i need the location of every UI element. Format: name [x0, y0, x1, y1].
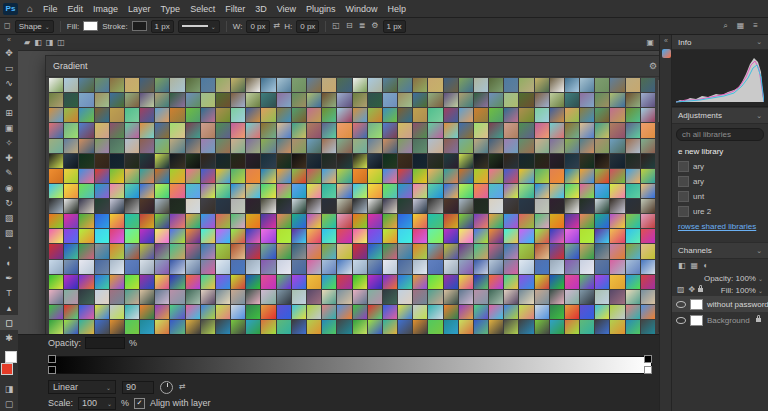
gradient-swatch[interactable] [641, 78, 655, 92]
browse-libraries-link[interactable]: rowse shared libraries [672, 219, 768, 234]
gradient-swatch[interactable] [459, 93, 473, 107]
gradient-swatch[interactable] [201, 78, 215, 92]
gradient-swatch[interactable] [216, 139, 230, 153]
gradient-swatch[interactable] [186, 154, 200, 168]
gradient-swatch[interactable] [504, 290, 518, 304]
gradient-swatch[interactable] [155, 244, 169, 258]
gradient-swatch[interactable] [444, 108, 458, 122]
gradient-swatch[interactable] [337, 123, 351, 137]
gradient-swatch[interactable] [444, 260, 458, 274]
layer-name[interactable]: Background [707, 316, 750, 325]
gradient-swatch[interactable] [535, 108, 549, 122]
gradient-swatch[interactable] [368, 260, 382, 274]
gradient-swatch[interactable] [413, 169, 427, 183]
gradient-swatch[interactable] [474, 108, 488, 122]
gradient-swatch[interactable] [580, 305, 594, 319]
gradient-swatch[interactable] [489, 305, 503, 319]
gradient-swatch[interactable] [428, 260, 442, 274]
gradient-swatch[interactable] [292, 214, 306, 228]
menu-edit[interactable]: Edit [63, 4, 89, 14]
gradient-swatch[interactable] [428, 214, 442, 228]
extra-width-field[interactable]: 1 px [383, 20, 406, 33]
gradient-swatch[interactable] [125, 320, 139, 334]
path-align-icon[interactable]: ◨ [46, 39, 54, 47]
gradient-swatch[interactable] [474, 78, 488, 92]
gradient-swatch[interactable] [307, 320, 321, 334]
gradient-swatch[interactable] [626, 199, 640, 213]
gradient-swatch[interactable] [413, 214, 427, 228]
color-panel-icon[interactable] [662, 49, 671, 58]
gradient-swatch[interactable] [595, 93, 609, 107]
gradient-swatch[interactable] [550, 320, 564, 334]
gradient-swatch[interactable] [337, 139, 351, 153]
gradient-swatch[interactable] [353, 214, 367, 228]
gradient-swatch[interactable] [246, 139, 260, 153]
gradient-swatch[interactable] [95, 320, 109, 334]
gradient-swatch[interactable] [277, 169, 291, 183]
gradient-swatch[interactable] [550, 305, 564, 319]
gradient-swatch[interactable] [110, 169, 124, 183]
gradient-swatch[interactable] [170, 123, 184, 137]
gradient-tool[interactable]: ▧ [0, 225, 18, 240]
crop-tool[interactable]: ⊞ [0, 105, 18, 120]
gradient-swatch[interactable] [595, 275, 609, 289]
gradient-swatch[interactable] [79, 169, 93, 183]
gradient-swatch[interactable] [292, 229, 306, 243]
gradient-swatch[interactable] [535, 184, 549, 198]
gradient-swatch[interactable] [170, 244, 184, 258]
dock-expand-icon[interactable]: « [664, 37, 668, 44]
gradient-swatch[interactable] [246, 93, 260, 107]
gradient-swatch[interactable] [550, 275, 564, 289]
gradient-swatch[interactable] [535, 199, 549, 213]
gradient-swatch[interactable] [489, 199, 503, 213]
gradient-swatch[interactable] [186, 199, 200, 213]
gradient-swatch[interactable] [444, 290, 458, 304]
gradient-swatch[interactable] [110, 260, 124, 274]
gradient-swatch[interactable] [125, 123, 139, 137]
gradient-swatch[interactable] [322, 214, 336, 228]
gradient-swatch[interactable] [186, 229, 200, 243]
gradient-swatch[interactable] [95, 78, 109, 92]
gradient-swatch[interactable] [565, 184, 579, 198]
options-menu-icon[interactable]: ≡ [753, 22, 758, 30]
menu-type[interactable]: Type [156, 4, 186, 14]
tool-mode-select[interactable]: Shape ⌄ [15, 20, 54, 33]
gradient-swatch[interactable] [489, 93, 503, 107]
gradient-swatch[interactable] [49, 139, 63, 153]
gradient-swatch[interactable] [79, 78, 93, 92]
gradient-swatch[interactable] [413, 78, 427, 92]
gradient-swatch[interactable] [155, 275, 169, 289]
gradient-swatch[interactable] [626, 78, 640, 92]
gradient-swatch[interactable] [383, 93, 397, 107]
gradient-swatch[interactable] [383, 169, 397, 183]
quick-select-tool[interactable]: ❖ [0, 90, 18, 105]
gradient-swatch[interactable] [140, 108, 154, 122]
gradient-swatch[interactable] [641, 229, 655, 243]
gradient-swatch[interactable] [170, 305, 184, 319]
gradient-swatch[interactable] [216, 108, 230, 122]
brush-tool[interactable]: ✎ [0, 165, 18, 180]
gradient-swatch[interactable] [322, 123, 336, 137]
gradient-swatch[interactable] [201, 260, 215, 274]
gradient-swatch[interactable] [504, 93, 518, 107]
gradient-swatch[interactable] [292, 260, 306, 274]
gradient-swatch[interactable] [580, 244, 594, 258]
gradient-swatch[interactable] [307, 154, 321, 168]
gradient-swatch[interactable] [140, 199, 154, 213]
gradient-swatch[interactable] [307, 93, 321, 107]
gradient-swatch[interactable] [49, 214, 63, 228]
gradient-swatch[interactable] [610, 154, 624, 168]
gradient-swatch[interactable] [277, 214, 291, 228]
gradient-swatch[interactable] [140, 123, 154, 137]
gradient-swatch[interactable] [110, 184, 124, 198]
gradient-swatch[interactable] [140, 184, 154, 198]
gradient-swatch[interactable] [246, 305, 260, 319]
gradient-swatch[interactable] [125, 78, 139, 92]
color-stop-right[interactable] [644, 366, 652, 374]
gradient-swatch[interactable] [322, 154, 336, 168]
gradient-swatch[interactable] [550, 184, 564, 198]
gradient-swatch[interactable] [595, 199, 609, 213]
gradient-swatch[interactable] [125, 108, 139, 122]
gradient-swatch[interactable] [155, 199, 169, 213]
gradient-swatch[interactable] [398, 154, 412, 168]
